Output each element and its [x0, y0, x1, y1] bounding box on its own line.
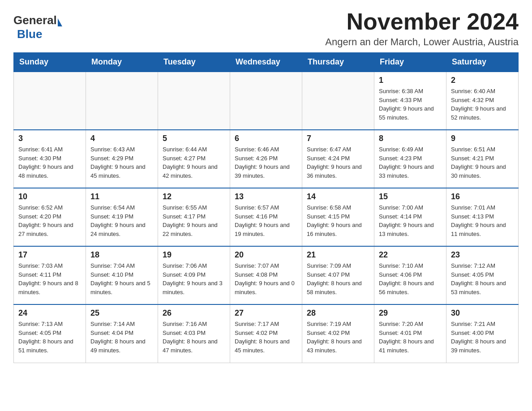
logo-blue-text: Blue: [17, 27, 42, 41]
day-info: Sunrise: 6:58 AMSunset: 4:15 PMDaylight:…: [307, 203, 369, 238]
location-subtitle: Angern an der March, Lower Austria, Aust…: [325, 36, 519, 48]
calendar-cell: [86, 72, 158, 130]
day-info: Sunrise: 7:04 AMSunset: 4:10 PMDaylight:…: [90, 261, 153, 296]
day-info: Sunrise: 6:38 AMSunset: 4:33 PMDaylight:…: [379, 87, 442, 122]
logo-triangle-icon: [58, 18, 62, 26]
calendar-cell: 26Sunrise: 7:16 AMSunset: 4:03 PMDayligh…: [158, 304, 230, 363]
day-number: 27: [235, 308, 297, 318]
calendar-cell: 12Sunrise: 6:55 AMSunset: 4:17 PMDayligh…: [158, 188, 230, 246]
week-row: 3Sunrise: 6:41 AMSunset: 4:30 PMDaylight…: [14, 130, 519, 188]
calendar-cell: [230, 72, 302, 130]
day-number: 28: [307, 308, 369, 318]
day-number: 1: [379, 76, 442, 85]
week-row: 1Sunrise: 6:38 AMSunset: 4:33 PMDaylight…: [14, 72, 519, 130]
calendar-cell: 14Sunrise: 6:58 AMSunset: 4:15 PMDayligh…: [302, 188, 374, 246]
day-number: 26: [163, 308, 225, 318]
day-number: 15: [379, 192, 442, 201]
calendar-header-row: SundayMondayTuesdayWednesdayThursdayFrid…: [14, 53, 519, 72]
day-number: 16: [451, 192, 514, 201]
day-number: 23: [451, 250, 514, 260]
calendar-cell: 11Sunrise: 6:54 AMSunset: 4:19 PMDayligh…: [86, 188, 158, 246]
calendar-table: SundayMondayTuesdayWednesdayThursdayFrid…: [13, 52, 519, 363]
calendar-cell: [158, 72, 230, 130]
day-number: 2: [451, 76, 514, 85]
calendar-cell: 21Sunrise: 7:09 AMSunset: 4:07 PMDayligh…: [302, 246, 374, 304]
page-header: General Blue November 2024 Angern an der…: [13, 9, 519, 48]
calendar-cell: 24Sunrise: 7:13 AMSunset: 4:05 PMDayligh…: [14, 304, 86, 363]
calendar-cell: [302, 72, 374, 130]
calendar-cell: 5Sunrise: 6:44 AMSunset: 4:27 PMDaylight…: [158, 130, 230, 188]
calendar-cell: 4Sunrise: 6:43 AMSunset: 4:29 PMDaylight…: [86, 130, 158, 188]
day-number: 22: [379, 250, 442, 260]
calendar-cell: 20Sunrise: 7:07 AMSunset: 4:08 PMDayligh…: [230, 246, 302, 304]
day-info: Sunrise: 7:16 AMSunset: 4:03 PMDaylight:…: [163, 320, 225, 355]
day-of-week-header: Monday: [86, 53, 158, 72]
day-info: Sunrise: 6:57 AMSunset: 4:16 PMDaylight:…: [235, 203, 297, 238]
calendar-cell: [14, 72, 86, 130]
calendar-cell: 18Sunrise: 7:04 AMSunset: 4:10 PMDayligh…: [86, 246, 158, 304]
calendar-cell: 13Sunrise: 6:57 AMSunset: 4:16 PMDayligh…: [230, 188, 302, 246]
day-info: Sunrise: 7:07 AMSunset: 4:08 PMDaylight:…: [235, 261, 297, 296]
calendar-cell: 29Sunrise: 7:20 AMSunset: 4:01 PMDayligh…: [374, 304, 446, 363]
day-number: 3: [18, 134, 81, 143]
day-of-week-header: Tuesday: [158, 53, 230, 72]
calendar-cell: 22Sunrise: 7:10 AMSunset: 4:06 PMDayligh…: [374, 246, 446, 304]
day-number: 19: [163, 250, 225, 260]
day-number: 11: [90, 192, 153, 201]
day-number: 17: [18, 250, 81, 260]
day-info: Sunrise: 6:55 AMSunset: 4:17 PMDaylight:…: [163, 203, 225, 238]
day-number: 30: [451, 308, 514, 318]
day-info: Sunrise: 6:47 AMSunset: 4:24 PMDaylight:…: [307, 145, 369, 180]
calendar-cell: 3Sunrise: 6:41 AMSunset: 4:30 PMDaylight…: [14, 130, 86, 188]
week-row: 10Sunrise: 6:52 AMSunset: 4:20 PMDayligh…: [14, 188, 519, 246]
calendar-cell: 7Sunrise: 6:47 AMSunset: 4:24 PMDaylight…: [302, 130, 374, 188]
day-info: Sunrise: 6:43 AMSunset: 4:29 PMDaylight:…: [90, 145, 153, 180]
day-info: Sunrise: 7:06 AMSunset: 4:09 PMDaylight:…: [163, 261, 225, 296]
day-info: Sunrise: 6:40 AMSunset: 4:32 PMDaylight:…: [451, 87, 514, 122]
day-info: Sunrise: 7:01 AMSunset: 4:13 PMDaylight:…: [451, 203, 514, 238]
day-number: 4: [90, 134, 153, 143]
day-number: 21: [307, 250, 369, 260]
day-info: Sunrise: 6:49 AMSunset: 4:23 PMDaylight:…: [379, 145, 442, 180]
day-number: 14: [307, 192, 369, 201]
week-row: 17Sunrise: 7:03 AMSunset: 4:11 PMDayligh…: [14, 246, 519, 304]
day-info: Sunrise: 6:46 AMSunset: 4:26 PMDaylight:…: [235, 145, 297, 180]
title-area: November 2024 Angern an der March, Lower…: [325, 9, 519, 48]
day-info: Sunrise: 7:12 AMSunset: 4:05 PMDaylight:…: [451, 261, 514, 296]
calendar-cell: 9Sunrise: 6:51 AMSunset: 4:21 PMDaylight…: [446, 130, 519, 188]
calendar-cell: 30Sunrise: 7:21 AMSunset: 4:00 PMDayligh…: [446, 304, 519, 363]
week-row: 24Sunrise: 7:13 AMSunset: 4:05 PMDayligh…: [14, 304, 519, 363]
day-number: 20: [235, 250, 297, 260]
logo-general-text: General: [13, 13, 57, 27]
day-number: 6: [235, 134, 297, 143]
calendar-cell: 28Sunrise: 7:19 AMSunset: 4:02 PMDayligh…: [302, 304, 374, 363]
day-number: 18: [90, 250, 153, 260]
day-of-week-header: Wednesday: [230, 53, 302, 72]
day-info: Sunrise: 6:51 AMSunset: 4:21 PMDaylight:…: [451, 145, 514, 180]
calendar-cell: 27Sunrise: 7:17 AMSunset: 4:02 PMDayligh…: [230, 304, 302, 363]
day-of-week-header: Sunday: [14, 53, 86, 72]
day-info: Sunrise: 6:41 AMSunset: 4:30 PMDaylight:…: [18, 145, 81, 180]
calendar-cell: 10Sunrise: 6:52 AMSunset: 4:20 PMDayligh…: [14, 188, 86, 246]
day-info: Sunrise: 7:03 AMSunset: 4:11 PMDaylight:…: [18, 261, 81, 296]
day-info: Sunrise: 7:00 AMSunset: 4:14 PMDaylight:…: [379, 203, 442, 238]
day-info: Sunrise: 7:21 AMSunset: 4:00 PMDaylight:…: [451, 320, 514, 355]
day-number: 24: [18, 308, 81, 318]
calendar-cell: 16Sunrise: 7:01 AMSunset: 4:13 PMDayligh…: [446, 188, 519, 246]
calendar-cell: 23Sunrise: 7:12 AMSunset: 4:05 PMDayligh…: [446, 246, 519, 304]
day-info: Sunrise: 7:10 AMSunset: 4:06 PMDaylight:…: [379, 261, 442, 296]
calendar-cell: 17Sunrise: 7:03 AMSunset: 4:11 PMDayligh…: [14, 246, 86, 304]
calendar-cell: 6Sunrise: 6:46 AMSunset: 4:26 PMDaylight…: [230, 130, 302, 188]
day-info: Sunrise: 6:54 AMSunset: 4:19 PMDaylight:…: [90, 203, 153, 238]
day-info: Sunrise: 7:14 AMSunset: 4:04 PMDaylight:…: [90, 320, 153, 355]
day-number: 10: [18, 192, 81, 201]
calendar-cell: 19Sunrise: 7:06 AMSunset: 4:09 PMDayligh…: [158, 246, 230, 304]
day-info: Sunrise: 7:17 AMSunset: 4:02 PMDaylight:…: [235, 320, 297, 355]
calendar-cell: 25Sunrise: 7:14 AMSunset: 4:04 PMDayligh…: [86, 304, 158, 363]
day-info: Sunrise: 7:20 AMSunset: 4:01 PMDaylight:…: [379, 320, 442, 355]
calendar-cell: 15Sunrise: 7:00 AMSunset: 4:14 PMDayligh…: [374, 188, 446, 246]
day-info: Sunrise: 6:44 AMSunset: 4:27 PMDaylight:…: [163, 145, 225, 180]
day-number: 12: [163, 192, 225, 201]
day-number: 29: [379, 308, 442, 318]
day-info: Sunrise: 7:09 AMSunset: 4:07 PMDaylight:…: [307, 261, 369, 296]
